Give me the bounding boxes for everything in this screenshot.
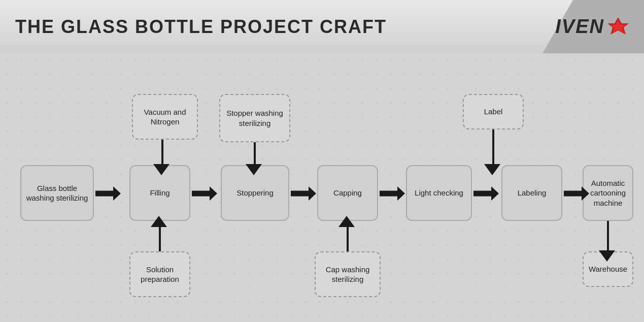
arrow-glass-to-filling	[95, 186, 121, 201]
arrow-capping-to-light	[380, 186, 405, 201]
arrow-stopper-to-stoppering-line	[254, 142, 256, 165]
arrow-solution-to-filling-head	[151, 216, 167, 227]
arrow-filling-to-stoppering	[192, 186, 217, 201]
vacuum-nitrogen-box: Vacuum and Nitrogen	[132, 94, 198, 140]
labeling-box: Labeling	[501, 165, 562, 221]
arrow-label-to-labeling-line	[492, 130, 494, 165]
arrow-cap-to-capping-head	[338, 216, 355, 227]
arrow-vacuum-to-filling	[161, 140, 163, 165]
arrow-label-to-labeling-head	[484, 164, 500, 175]
arrow-light-to-labeling	[473, 186, 499, 201]
solution-prep-box: Solution preparation	[129, 251, 190, 297]
logo-text: IVEN	[555, 16, 604, 38]
page-title: THE GLASS BOTTLE PROJECT CRAFT	[15, 16, 555, 38]
cap-washing-box: Cap washing sterilizing	[315, 251, 381, 297]
auto-cartooning-box: Automatic cartooning machine	[583, 165, 633, 221]
logo: IVEN	[555, 16, 629, 38]
capping-box: Capping	[317, 165, 378, 221]
arrow-stoppering-to-capping	[291, 186, 316, 201]
arrow-auto-to-warehouse-line	[607, 221, 609, 251]
glass-bottle-box: Glass bottle washing sterilizing	[20, 165, 94, 221]
arrow-auto-to-warehouse-head	[599, 250, 615, 262]
light-checking-box: Light checking	[406, 165, 472, 221]
logo-icon	[607, 16, 629, 38]
top-bar: THE GLASS BOTTLE PROJECT CRAFT IVEN	[0, 0, 644, 53]
label-box: Label	[463, 94, 524, 130]
arrow-stopper-to-stoppering-head	[246, 164, 262, 175]
stopper-washing-box: Stopper washing sterilizing	[219, 94, 290, 142]
arrow-vacuum-to-filling-head	[153, 164, 170, 175]
content-area: Vacuum and Nitrogen Stopper washing ster…	[0, 53, 644, 322]
